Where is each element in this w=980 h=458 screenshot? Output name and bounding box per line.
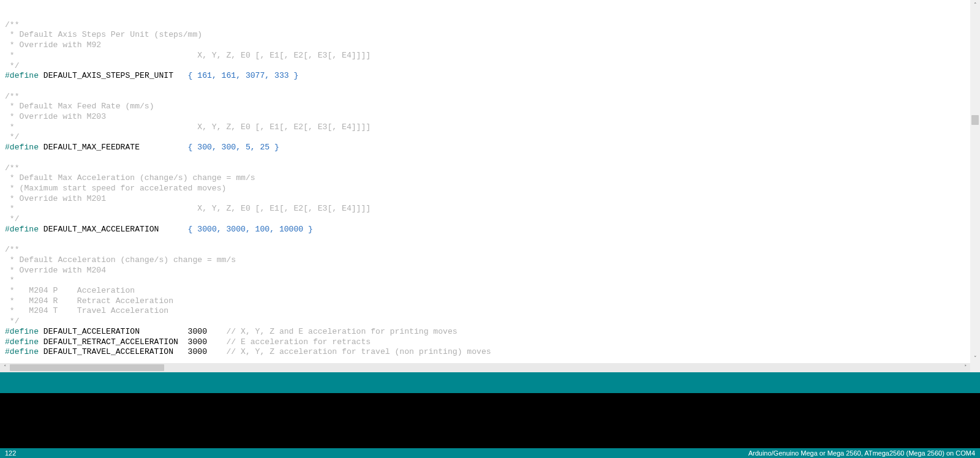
comment-line: * Default Max Feed Rate (mm/s) bbox=[5, 102, 154, 111]
scroll-down-icon[interactable]: ˅ bbox=[970, 353, 980, 363]
define-keyword: #define bbox=[5, 347, 39, 356]
comment-line: * bbox=[5, 276, 15, 285]
define-keyword: #define bbox=[5, 327, 39, 336]
define-ident: DEFAULT_AXIS_STEPS_PER_UNIT bbox=[39, 71, 188, 80]
comment-line: /** bbox=[5, 20, 20, 29]
define-value: { 161, 161, 3077, 333 } bbox=[188, 71, 299, 80]
comment-line: * Default Acceleration (change/s) change… bbox=[5, 255, 236, 265]
define-value: { 300, 300, 5, 25 } bbox=[188, 143, 279, 152]
comment-line: */ bbox=[5, 61, 20, 70]
vertical-scrollbar[interactable]: ˄ ˅ bbox=[970, 0, 980, 363]
code-editor[interactable]: /** * Default Axis Steps Per Unit (steps… bbox=[0, 0, 980, 363]
define-ident: DEFAULT_MAX_ACCELERATION bbox=[39, 225, 188, 234]
define-keyword: #define bbox=[5, 337, 39, 347]
comment-line: * M204 P Acceleration bbox=[5, 286, 135, 295]
define-ident: DEFAULT_RETRACT_ACCELERATION 3000 bbox=[39, 337, 226, 347]
define-ident: DEFAULT_MAX_FEEDRATE bbox=[39, 143, 188, 152]
comment-line: * Override with M201 bbox=[5, 194, 106, 203]
comment-line: */ bbox=[5, 317, 20, 326]
status-bar: 122 Arduino/Genuino Mega or Mega 2560, A… bbox=[0, 448, 980, 458]
message-bar bbox=[0, 372, 980, 393]
comment-line: */ bbox=[5, 214, 20, 223]
comment-line: * X, Y, Z, E0 [, E1[, E2[, E3[, E4]]]] bbox=[5, 122, 371, 132]
comment-line: * Default Max Acceleration (change/s) ch… bbox=[5, 173, 255, 182]
inline-comment: // X, Y, Z and E acceleration for printi… bbox=[226, 327, 457, 336]
comment-line: * Override with M203 bbox=[5, 112, 106, 121]
board-port-info: Arduino/Genuino Mega or Mega 2560, ATmeg… bbox=[748, 449, 975, 457]
comment-line: /** bbox=[5, 245, 20, 254]
comment-line: */ bbox=[5, 132, 20, 141]
comment-line: * X, Y, Z, E0 [, E1[, E2[, E3[, E4]]]] bbox=[5, 204, 371, 213]
vertical-scroll-thumb[interactable] bbox=[971, 115, 979, 125]
horizontal-scroll-thumb[interactable] bbox=[10, 364, 164, 371]
comment-line: * M204 R Retract Acceleration bbox=[5, 296, 173, 306]
define-ident: DEFAULT_TRAVEL_ACCELERATION 3000 bbox=[39, 347, 226, 356]
inline-comment: // X, Y, Z acceleration for travel (non … bbox=[226, 347, 491, 356]
code-content[interactable]: /** * Default Axis Steps Per Unit (steps… bbox=[0, 0, 947, 363]
comment-line: * Override with M92 bbox=[5, 40, 101, 50]
horizontal-scrollbar[interactable]: ˂ ˃ bbox=[0, 363, 970, 372]
scroll-right-icon[interactable]: ˃ bbox=[960, 363, 970, 372]
define-keyword: #define bbox=[5, 71, 39, 80]
console-output[interactable] bbox=[0, 393, 980, 448]
scroll-left-icon[interactable]: ˂ bbox=[0, 363, 10, 372]
define-ident: DEFAULT_ACCELERATION 3000 bbox=[39, 327, 226, 336]
inline-comment: // E acceleration for retracts bbox=[226, 337, 371, 347]
horizontal-scroll-track[interactable] bbox=[10, 363, 960, 372]
comment-line: * Override with M204 bbox=[5, 266, 106, 275]
comment-line: * (Maximum start speed for accelerated m… bbox=[5, 184, 226, 193]
cursor-line-number: 122 bbox=[5, 449, 16, 457]
define-keyword: #define bbox=[5, 225, 39, 234]
comment-line: * Default Axis Steps Per Unit (steps/mm) bbox=[5, 30, 202, 39]
define-keyword: #define bbox=[5, 143, 39, 152]
comment-line: * M204 T Travel Acceleration bbox=[5, 306, 168, 315]
comment-line: * X, Y, Z, E0 [, E1[, E2[, E3[, E4]]]] bbox=[5, 51, 371, 60]
scroll-up-icon[interactable]: ˄ bbox=[970, 0, 980, 10]
comment-line: /** bbox=[5, 92, 20, 101]
scroll-corner bbox=[970, 363, 980, 372]
comment-line: /** bbox=[5, 163, 20, 173]
define-value: { 3000, 3000, 100, 10000 } bbox=[188, 225, 313, 234]
